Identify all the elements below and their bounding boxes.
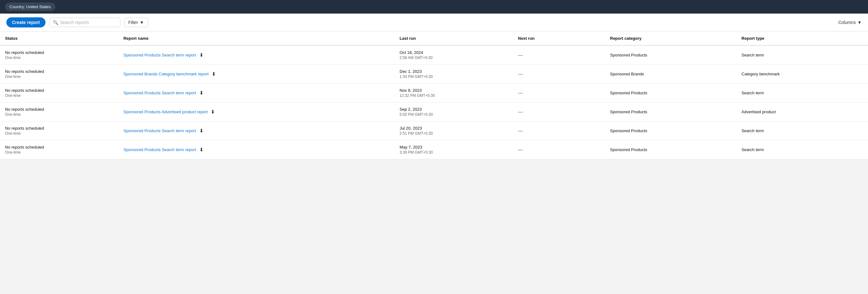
report-name-link[interactable]: Sponsored Products Search term report bbox=[124, 90, 196, 95]
create-report-button[interactable]: Create report bbox=[6, 17, 45, 28]
filter-button[interactable]: Filter ▼ bbox=[124, 18, 148, 27]
status-main: No reports scheduled bbox=[5, 50, 114, 55]
next-run-cell: — bbox=[513, 121, 605, 140]
table-row: No reports scheduled One-time Sponsored … bbox=[0, 84, 868, 103]
columns-chevron-icon: ▼ bbox=[857, 20, 862, 25]
table-row: No reports scheduled One-time Sponsored … bbox=[0, 103, 868, 121]
toolbar: Create report 🔍 Filter ▼ Columns ▼ bbox=[0, 13, 868, 32]
status-main: No reports scheduled bbox=[5, 145, 114, 150]
report-type-cell: Search term bbox=[737, 121, 868, 140]
next-run-cell: — bbox=[513, 65, 605, 84]
last-run-time: 5:00 PM GMT+5:30 bbox=[400, 112, 508, 117]
table-row: No reports scheduled One-time Sponsored … bbox=[0, 45, 868, 65]
status-cell: No reports scheduled One-time bbox=[0, 140, 119, 159]
last-run-cell: Jul 20, 2023 2:51 PM GMT+5:30 bbox=[395, 121, 513, 140]
report-type-cell: Advertised product bbox=[737, 103, 868, 121]
next-run-cell: — bbox=[513, 103, 605, 121]
report-name-link[interactable]: Sponsored Products Advertised product re… bbox=[124, 109, 208, 114]
last-run-date: Jul 20, 2023 bbox=[400, 126, 508, 131]
top-bar: Country: United States bbox=[0, 0, 868, 13]
next-run-value: — bbox=[518, 128, 523, 134]
report-category-cell: Sponsored Brands bbox=[605, 65, 736, 84]
last-run-date: Dec 1, 2023 bbox=[400, 69, 508, 74]
header-report-type: Report type bbox=[737, 32, 868, 45]
country-badge: Country: United States bbox=[5, 3, 55, 11]
status-sub: One-time bbox=[5, 131, 114, 136]
next-run-value: — bbox=[518, 90, 523, 96]
download-icon[interactable]: ⬇ bbox=[199, 90, 204, 96]
last-run-time: 2:51 PM GMT+5:30 bbox=[400, 131, 508, 136]
last-run-cell: Dec 1, 2023 1:34 PM GMT+5:30 bbox=[395, 65, 513, 84]
report-name-link[interactable]: Sponsored Products Search term report bbox=[124, 128, 196, 133]
download-icon[interactable]: ⬇ bbox=[211, 109, 215, 115]
last-run-time: 3:39 PM GMT+5:30 bbox=[400, 150, 508, 155]
status-sub: One-time bbox=[5, 56, 114, 60]
status-main: No reports scheduled bbox=[5, 126, 114, 131]
report-category-cell: Sponsored Products bbox=[605, 140, 736, 159]
status-cell: No reports scheduled One-time bbox=[0, 65, 119, 84]
header-report-name: Report name bbox=[119, 32, 395, 45]
report-name-cell: Sponsored Products Search term report ⬇ bbox=[119, 140, 395, 159]
last-run-cell: Nov 8, 2023 12:32 PM GMT+5:30 bbox=[395, 84, 513, 103]
report-category-cell: Sponsored Products bbox=[605, 45, 736, 65]
table-row: No reports scheduled One-time Sponsored … bbox=[0, 121, 868, 140]
next-run-cell: — bbox=[513, 140, 605, 159]
status-cell: No reports scheduled One-time bbox=[0, 103, 119, 121]
status-sub: One-time bbox=[5, 94, 114, 98]
status-main: No reports scheduled bbox=[5, 88, 114, 93]
report-name-link[interactable]: Sponsored Products Search term report bbox=[124, 53, 196, 58]
table-header-row: Status Report name Last run Next run Rep… bbox=[0, 32, 868, 45]
last-run-cell: May 7, 2023 3:39 PM GMT+5:30 bbox=[395, 140, 513, 159]
report-type-cell: Category benchmark bbox=[737, 65, 868, 84]
last-run-date: Oct 18, 2024 bbox=[400, 50, 508, 55]
download-icon[interactable]: ⬇ bbox=[212, 71, 216, 77]
next-run-value: — bbox=[518, 109, 523, 114]
header-next-run: Next run bbox=[513, 32, 605, 45]
report-category-cell: Sponsored Products bbox=[605, 84, 736, 103]
next-run-cell: — bbox=[513, 45, 605, 65]
columns-label: Columns bbox=[838, 20, 856, 25]
header-report-category: Report category bbox=[605, 32, 736, 45]
next-run-cell: — bbox=[513, 84, 605, 103]
download-icon[interactable]: ⬇ bbox=[199, 52, 204, 58]
search-input[interactable] bbox=[60, 20, 117, 25]
report-name-cell: Sponsored Products Advertised product re… bbox=[119, 103, 395, 121]
last-run-date: Sep 2, 2023 bbox=[400, 107, 508, 112]
status-sub: One-time bbox=[5, 112, 114, 117]
download-icon[interactable]: ⬇ bbox=[199, 147, 204, 153]
last-run-time: 2:58 AM GMT+5:30 bbox=[400, 56, 508, 60]
next-run-value: — bbox=[518, 71, 523, 77]
filter-label: Filter bbox=[128, 20, 138, 25]
table-row: No reports scheduled One-time Sponsored … bbox=[0, 65, 868, 84]
last-run-time: 1:34 PM GMT+5:30 bbox=[400, 74, 508, 79]
status-sub: One-time bbox=[5, 150, 114, 155]
status-main: No reports scheduled bbox=[5, 107, 114, 112]
report-name-cell: Sponsored Products Search term report ⬇ bbox=[119, 45, 395, 65]
report-category-cell: Sponsored Products bbox=[605, 121, 736, 140]
last-run-date: May 7, 2023 bbox=[400, 145, 508, 150]
next-run-value: — bbox=[518, 52, 523, 58]
report-name-cell: Sponsored Products Search term report ⬇ bbox=[119, 84, 395, 103]
status-cell: No reports scheduled One-time bbox=[0, 84, 119, 103]
search-icon: 🔍 bbox=[53, 20, 58, 25]
next-run-value: — bbox=[518, 147, 523, 152]
status-cell: No reports scheduled One-time bbox=[0, 45, 119, 65]
columns-button[interactable]: Columns ▼ bbox=[838, 20, 862, 25]
report-type-cell: Search term bbox=[737, 140, 868, 159]
report-type-cell: Search term bbox=[737, 84, 868, 103]
search-wrapper: 🔍 bbox=[49, 18, 120, 27]
report-type-cell: Search term bbox=[737, 45, 868, 65]
status-main: No reports scheduled bbox=[5, 69, 114, 74]
last-run-date: Nov 8, 2023 bbox=[400, 88, 508, 93]
report-name-cell: Sponsored Brands Category benchmark repo… bbox=[119, 65, 395, 84]
filter-chevron-icon: ▼ bbox=[140, 20, 144, 25]
last-run-cell: Sep 2, 2023 5:00 PM GMT+5:30 bbox=[395, 103, 513, 121]
header-last-run: Last run bbox=[395, 32, 513, 45]
last-run-cell: Oct 18, 2024 2:58 AM GMT+5:30 bbox=[395, 45, 513, 65]
status-cell: No reports scheduled One-time bbox=[0, 121, 119, 140]
report-name-link[interactable]: Sponsored Products Search term report bbox=[124, 147, 196, 152]
last-run-time: 12:32 PM GMT+5:30 bbox=[400, 94, 508, 98]
table-row: No reports scheduled One-time Sponsored … bbox=[0, 140, 868, 159]
report-name-link[interactable]: Sponsored Brands Category benchmark repo… bbox=[124, 72, 209, 76]
download-icon[interactable]: ⬇ bbox=[199, 128, 204, 134]
